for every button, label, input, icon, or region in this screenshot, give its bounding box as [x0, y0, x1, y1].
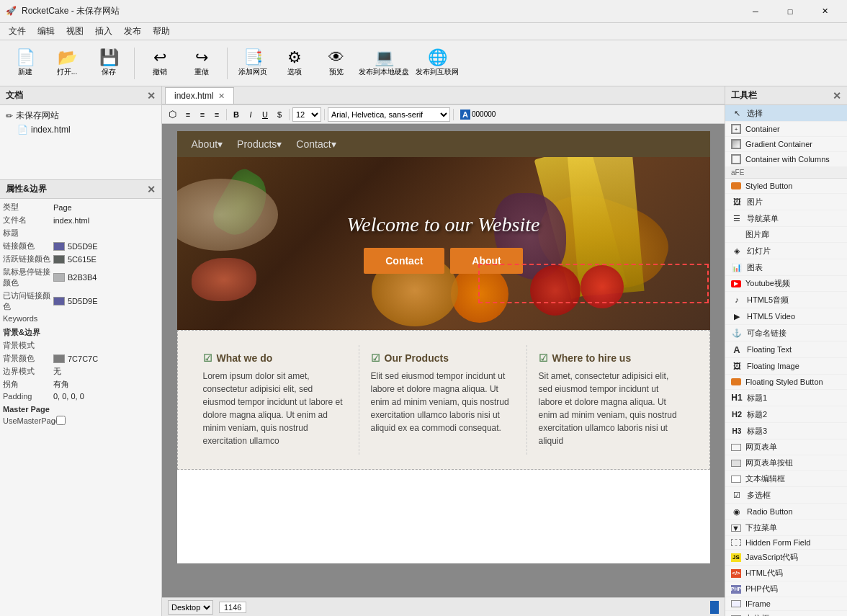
props-panel-close[interactable]: ✕: [147, 184, 156, 195]
preview-icon: 👁: [328, 50, 344, 66]
tool-chart[interactable]: 📊 图表: [725, 259, 847, 276]
justify-button[interactable]: ≡: [210, 109, 223, 120]
view-mode-select[interactable]: Desktop: [168, 600, 213, 615]
tool-youtube[interactable]: ▶ Youtube视频: [725, 276, 847, 292]
align-right-button[interactable]: ≡: [196, 109, 209, 120]
float-styled-button-icon: [731, 378, 741, 385]
editor-canvas[interactable]: About▾ Products▾ Contact▾: [162, 124, 725, 597]
prop-visitedlink-swatch[interactable]: [53, 297, 65, 305]
redo-label: 重做: [194, 67, 209, 77]
tool-container[interactable]: + Container: [725, 122, 847, 137]
checkbox-label: 多选框: [747, 490, 771, 501]
tool-placeholder[interactable]: 占位框: [725, 611, 847, 616]
h2-label: 标题2: [747, 409, 767, 420]
tool-slideshow[interactable]: ◈ 幻灯片: [725, 243, 847, 259]
redo-button[interactable]: ↪ 重做: [182, 44, 221, 83]
menu-view[interactable]: 视图: [60, 24, 89, 39]
tool-image[interactable]: 🖼 图片: [725, 194, 847, 210]
tool-h1[interactable]: H1 标题1: [725, 390, 847, 406]
tool-hidden[interactable]: Hidden Form Field: [725, 536, 847, 550]
tool-radio[interactable]: ◉ Radio Button: [725, 504, 847, 520]
tool-anchor[interactable]: ⚓ 可命名链接: [725, 325, 847, 342]
tool-video[interactable]: ▶ HTML5 Video: [725, 308, 847, 325]
minimize-button[interactable]: ─: [739, 4, 772, 19]
underline-button[interactable]: U: [259, 109, 272, 120]
tool-h2[interactable]: H2 标题2: [725, 406, 847, 423]
close-button[interactable]: ✕: [808, 4, 841, 19]
prop-hoverlink-swatch[interactable]: [53, 273, 65, 282]
editor-tab[interactable]: index.html ✕: [165, 87, 234, 104]
tool-float-image[interactable]: 🖼 Floating Image: [725, 358, 847, 375]
tool-checkbox[interactable]: ☑ 多选框: [725, 487, 847, 504]
tool-nav-menu[interactable]: ☰ 导航菜单: [725, 210, 847, 227]
open-button[interactable]: 📂 打开...: [48, 44, 86, 83]
prop-visitedlink-value: 5D5D9E: [68, 297, 158, 305]
chart-label: 图表: [747, 262, 763, 273]
publish-local-button[interactable]: 💻 发布到本地硬盘: [359, 44, 409, 83]
align-center-button[interactable]: ≡: [182, 109, 194, 120]
align-left-button[interactable]: ⬡: [165, 107, 180, 121]
select-tool[interactable]: ↖ 选择: [725, 105, 847, 122]
anchor-icon: ⚓: [731, 327, 743, 339]
toolbox-close[interactable]: ✕: [833, 90, 841, 102]
tool-audio[interactable]: ♪ HTML5音频: [725, 292, 847, 308]
menu-edit[interactable]: 编辑: [32, 24, 60, 39]
tool-styled-button[interactable]: Styled Button: [725, 179, 847, 194]
html-label: HTML代码: [745, 568, 783, 579]
nav-contact[interactable]: Contact▾: [296, 138, 336, 150]
menu-file[interactable]: 文件: [3, 24, 32, 39]
prop-bgcolor-swatch[interactable]: [53, 354, 65, 363]
currency-button[interactable]: $: [273, 109, 286, 120]
tool-js[interactable]: JS JavaScript代码: [725, 550, 847, 566]
publish-local-label: 发布到本地硬盘: [359, 67, 409, 77]
doc-file-item[interactable]: 📄 index.html: [3, 123, 158, 136]
menu-insert[interactable]: 插入: [89, 24, 118, 39]
tool-gradient-container[interactable]: Gradient Container: [725, 137, 847, 152]
nav-about[interactable]: About▾: [192, 138, 223, 150]
addpage-button[interactable]: 📑 添加网页: [233, 44, 272, 83]
props-panel-header: 属性&边界 ✕: [0, 180, 161, 199]
tool-h3[interactable]: H3 标题3: [725, 423, 847, 439]
fontfamily-select[interactable]: Arial, Helvetica, sans-serif: [328, 107, 450, 122]
scroll-indicator[interactable]: [710, 601, 719, 614]
usemasterpage-checkbox[interactable]: [56, 416, 66, 425]
nav-products[interactable]: Products▾: [237, 138, 282, 150]
tool-form[interactable]: 网页表单: [725, 439, 847, 455]
fontcolor-button[interactable]: A 000000: [457, 108, 499, 121]
italic-button[interactable]: I: [244, 109, 257, 120]
hero-title: Welcome to our Website: [347, 213, 540, 236]
tool-select[interactable]: ▼ 下拉菜单: [725, 520, 847, 536]
tool-php[interactable]: PHP PHP代码: [725, 581, 847, 597]
tool-html[interactable]: </> HTML代码: [725, 566, 847, 581]
maximize-button[interactable]: □: [774, 4, 807, 19]
bold-button[interactable]: B: [230, 109, 243, 120]
preview-button[interactable]: 👁 预览: [317, 44, 356, 83]
prop-linkcolor-swatch[interactable]: [53, 242, 65, 251]
fontsize-select[interactable]: 12: [292, 107, 321, 122]
tab-close-button[interactable]: ✕: [218, 91, 225, 101]
hero-about-btn[interactable]: About: [450, 248, 522, 274]
doc-panel-close[interactable]: ✕: [147, 90, 156, 102]
publish-web-button[interactable]: 🌐 发布到互联网: [412, 44, 462, 83]
prop-activelink-swatch[interactable]: [53, 255, 65, 264]
tool-float-styled-button[interactable]: Floating Styled Button: [725, 375, 847, 390]
doc-list: ✏ 未保存网站 📄 index.html: [0, 105, 161, 139]
options-button[interactable]: ⚙ 选项: [275, 44, 314, 83]
tool-iframe[interactable]: IFrame: [725, 597, 847, 611]
tool-textarea[interactable]: 文本编辑框: [725, 471, 847, 487]
h1-icon: H1: [731, 392, 743, 403]
save-button[interactable]: 💾 保存: [89, 44, 128, 83]
tool-form-button[interactable]: 网页表单按钮: [725, 455, 847, 471]
tool-float-text[interactable]: A Floating Text: [725, 342, 847, 358]
hero-contact-btn[interactable]: Contact: [364, 248, 444, 274]
prop-padding-value: 0, 0, 0, 0: [53, 392, 158, 401]
undo-button[interactable]: ↩ 撤销: [140, 44, 179, 83]
tool-columns-container[interactable]: Container with Columns: [725, 152, 847, 167]
menu-publish[interactable]: 发布: [118, 24, 147, 39]
doc-panel-header: 文档 ✕: [0, 86, 161, 105]
new-button[interactable]: 📄 新建: [6, 44, 45, 83]
menu-help[interactable]: 帮助: [147, 24, 176, 39]
tool-gallery[interactable]: 图片廊: [725, 227, 847, 243]
doc-root-item[interactable]: ✏ 未保存网站: [3, 108, 158, 123]
hero-content: Welcome to our Website Contact About: [347, 213, 540, 274]
